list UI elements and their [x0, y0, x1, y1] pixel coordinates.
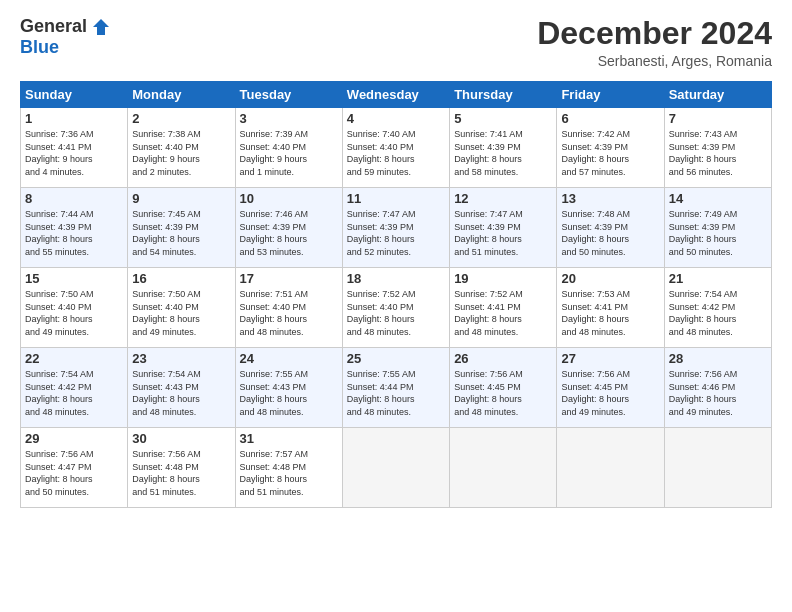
day-info: Sunrise: 7:54 AM Sunset: 4:43 PM Dayligh…	[132, 368, 230, 418]
day-info: Sunrise: 7:57 AM Sunset: 4:48 PM Dayligh…	[240, 448, 338, 498]
day-info: Sunrise: 7:52 AM Sunset: 4:41 PM Dayligh…	[454, 288, 552, 338]
day-number: 8	[25, 191, 123, 206]
day-number: 16	[132, 271, 230, 286]
day-info: Sunrise: 7:56 AM Sunset: 4:46 PM Dayligh…	[669, 368, 767, 418]
day-info: Sunrise: 7:39 AM Sunset: 4:40 PM Dayligh…	[240, 128, 338, 178]
title-section: December 2024 Serbanesti, Arges, Romania	[537, 16, 772, 69]
location-text: Serbanesti, Arges, Romania	[537, 53, 772, 69]
day-info: Sunrise: 7:43 AM Sunset: 4:39 PM Dayligh…	[669, 128, 767, 178]
day-info: Sunrise: 7:42 AM Sunset: 4:39 PM Dayligh…	[561, 128, 659, 178]
table-cell: 3Sunrise: 7:39 AM Sunset: 4:40 PM Daylig…	[235, 108, 342, 188]
logo-icon	[91, 17, 111, 37]
day-number: 11	[347, 191, 445, 206]
day-number: 26	[454, 351, 552, 366]
day-number: 9	[132, 191, 230, 206]
table-cell: 4Sunrise: 7:40 AM Sunset: 4:40 PM Daylig…	[342, 108, 449, 188]
col-thursday: Thursday	[450, 82, 557, 108]
day-number: 6	[561, 111, 659, 126]
calendar-table: Sunday Monday Tuesday Wednesday Thursday…	[20, 81, 772, 508]
day-number: 24	[240, 351, 338, 366]
day-number: 7	[669, 111, 767, 126]
col-saturday: Saturday	[664, 82, 771, 108]
day-number: 27	[561, 351, 659, 366]
day-number: 18	[347, 271, 445, 286]
table-cell: 31Sunrise: 7:57 AM Sunset: 4:48 PM Dayli…	[235, 428, 342, 508]
day-info: Sunrise: 7:56 AM Sunset: 4:47 PM Dayligh…	[25, 448, 123, 498]
day-number: 23	[132, 351, 230, 366]
day-info: Sunrise: 7:48 AM Sunset: 4:39 PM Dayligh…	[561, 208, 659, 258]
day-info: Sunrise: 7:50 AM Sunset: 4:40 PM Dayligh…	[132, 288, 230, 338]
table-cell: 24Sunrise: 7:55 AM Sunset: 4:43 PM Dayli…	[235, 348, 342, 428]
week-row-3: 15Sunrise: 7:50 AM Sunset: 4:40 PM Dayli…	[21, 268, 772, 348]
col-friday: Friday	[557, 82, 664, 108]
table-cell: 14Sunrise: 7:49 AM Sunset: 4:39 PM Dayli…	[664, 188, 771, 268]
day-info: Sunrise: 7:38 AM Sunset: 4:40 PM Dayligh…	[132, 128, 230, 178]
day-info: Sunrise: 7:47 AM Sunset: 4:39 PM Dayligh…	[454, 208, 552, 258]
table-cell: 29Sunrise: 7:56 AM Sunset: 4:47 PM Dayli…	[21, 428, 128, 508]
table-cell: 9Sunrise: 7:45 AM Sunset: 4:39 PM Daylig…	[128, 188, 235, 268]
day-info: Sunrise: 7:46 AM Sunset: 4:39 PM Dayligh…	[240, 208, 338, 258]
week-row-5: 29Sunrise: 7:56 AM Sunset: 4:47 PM Dayli…	[21, 428, 772, 508]
table-cell: 1Sunrise: 7:36 AM Sunset: 4:41 PM Daylig…	[21, 108, 128, 188]
table-cell: 7Sunrise: 7:43 AM Sunset: 4:39 PM Daylig…	[664, 108, 771, 188]
day-number: 22	[25, 351, 123, 366]
table-cell: 2Sunrise: 7:38 AM Sunset: 4:40 PM Daylig…	[128, 108, 235, 188]
day-number: 13	[561, 191, 659, 206]
table-cell: 11Sunrise: 7:47 AM Sunset: 4:39 PM Dayli…	[342, 188, 449, 268]
day-info: Sunrise: 7:56 AM Sunset: 4:48 PM Dayligh…	[132, 448, 230, 498]
day-info: Sunrise: 7:36 AM Sunset: 4:41 PM Dayligh…	[25, 128, 123, 178]
day-info: Sunrise: 7:53 AM Sunset: 4:41 PM Dayligh…	[561, 288, 659, 338]
day-number: 19	[454, 271, 552, 286]
day-number: 12	[454, 191, 552, 206]
day-info: Sunrise: 7:54 AM Sunset: 4:42 PM Dayligh…	[25, 368, 123, 418]
day-number: 3	[240, 111, 338, 126]
week-row-1: 1Sunrise: 7:36 AM Sunset: 4:41 PM Daylig…	[21, 108, 772, 188]
day-info: Sunrise: 7:55 AM Sunset: 4:43 PM Dayligh…	[240, 368, 338, 418]
week-row-4: 22Sunrise: 7:54 AM Sunset: 4:42 PM Dayli…	[21, 348, 772, 428]
table-cell: 10Sunrise: 7:46 AM Sunset: 4:39 PM Dayli…	[235, 188, 342, 268]
month-title: December 2024	[537, 16, 772, 51]
day-info: Sunrise: 7:50 AM Sunset: 4:40 PM Dayligh…	[25, 288, 123, 338]
day-info: Sunrise: 7:49 AM Sunset: 4:39 PM Dayligh…	[669, 208, 767, 258]
day-number: 4	[347, 111, 445, 126]
table-cell: 5Sunrise: 7:41 AM Sunset: 4:39 PM Daylig…	[450, 108, 557, 188]
table-cell: 25Sunrise: 7:55 AM Sunset: 4:44 PM Dayli…	[342, 348, 449, 428]
table-cell: 26Sunrise: 7:56 AM Sunset: 4:45 PM Dayli…	[450, 348, 557, 428]
day-info: Sunrise: 7:52 AM Sunset: 4:40 PM Dayligh…	[347, 288, 445, 338]
col-tuesday: Tuesday	[235, 82, 342, 108]
week-row-2: 8Sunrise: 7:44 AM Sunset: 4:39 PM Daylig…	[21, 188, 772, 268]
logo-general-text: General	[20, 16, 87, 37]
table-cell: 21Sunrise: 7:54 AM Sunset: 4:42 PM Dayli…	[664, 268, 771, 348]
table-cell: 22Sunrise: 7:54 AM Sunset: 4:42 PM Dayli…	[21, 348, 128, 428]
day-info: Sunrise: 7:56 AM Sunset: 4:45 PM Dayligh…	[454, 368, 552, 418]
day-number: 25	[347, 351, 445, 366]
day-info: Sunrise: 7:54 AM Sunset: 4:42 PM Dayligh…	[669, 288, 767, 338]
table-cell: 17Sunrise: 7:51 AM Sunset: 4:40 PM Dayli…	[235, 268, 342, 348]
day-number: 21	[669, 271, 767, 286]
day-info: Sunrise: 7:40 AM Sunset: 4:40 PM Dayligh…	[347, 128, 445, 178]
day-number: 17	[240, 271, 338, 286]
header-row: Sunday Monday Tuesday Wednesday Thursday…	[21, 82, 772, 108]
day-info: Sunrise: 7:47 AM Sunset: 4:39 PM Dayligh…	[347, 208, 445, 258]
day-info: Sunrise: 7:41 AM Sunset: 4:39 PM Dayligh…	[454, 128, 552, 178]
table-cell: 6Sunrise: 7:42 AM Sunset: 4:39 PM Daylig…	[557, 108, 664, 188]
page-container: General Blue December 2024 Serbanesti, A…	[0, 0, 792, 520]
table-cell: 15Sunrise: 7:50 AM Sunset: 4:40 PM Dayli…	[21, 268, 128, 348]
table-cell: 19Sunrise: 7:52 AM Sunset: 4:41 PM Dayli…	[450, 268, 557, 348]
col-wednesday: Wednesday	[342, 82, 449, 108]
table-cell	[557, 428, 664, 508]
day-number: 1	[25, 111, 123, 126]
table-cell	[664, 428, 771, 508]
table-cell: 8Sunrise: 7:44 AM Sunset: 4:39 PM Daylig…	[21, 188, 128, 268]
table-cell: 28Sunrise: 7:56 AM Sunset: 4:46 PM Dayli…	[664, 348, 771, 428]
day-number: 10	[240, 191, 338, 206]
table-cell: 30Sunrise: 7:56 AM Sunset: 4:48 PM Dayli…	[128, 428, 235, 508]
col-monday: Monday	[128, 82, 235, 108]
table-cell	[342, 428, 449, 508]
day-number: 29	[25, 431, 123, 446]
table-cell: 13Sunrise: 7:48 AM Sunset: 4:39 PM Dayli…	[557, 188, 664, 268]
table-cell: 23Sunrise: 7:54 AM Sunset: 4:43 PM Dayli…	[128, 348, 235, 428]
day-info: Sunrise: 7:56 AM Sunset: 4:45 PM Dayligh…	[561, 368, 659, 418]
day-number: 20	[561, 271, 659, 286]
col-sunday: Sunday	[21, 82, 128, 108]
